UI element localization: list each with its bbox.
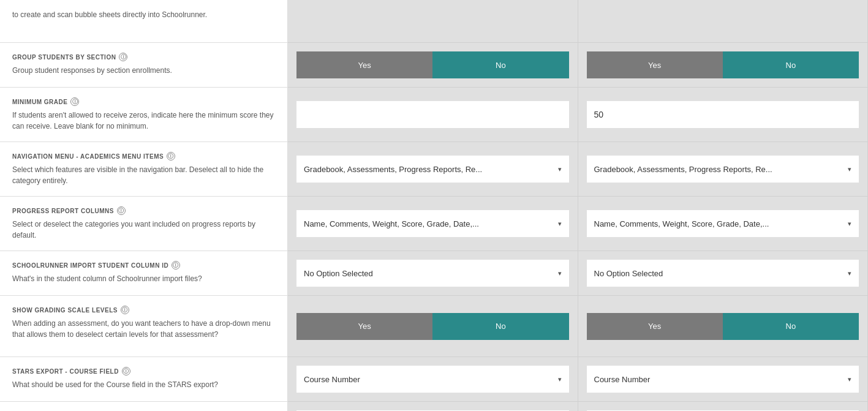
- toggle-grading-yes-2[interactable]: Yes: [587, 313, 723, 340]
- label-stars-mark: STARS EXPORT - MARK FIELD ⓘ: [0, 402, 288, 411]
- info-icon-progress-report[interactable]: ⓘ: [117, 206, 126, 215]
- input-col2-stars-mark: [578, 402, 869, 411]
- toggle-yes-2[interactable]: Yes: [587, 51, 723, 78]
- dropdown-col2-schoolrunner: No Option Selected ▾: [578, 251, 869, 296]
- label-minimum-grade: MINIMUM GRADE ⓘ If students aren't allow…: [0, 88, 288, 142]
- key-nav-menu: NAVIGATION MENU - ACADEMICS MENU ITEMS ⓘ: [12, 152, 275, 160]
- toggle-grading-no-1[interactable]: No: [432, 313, 568, 340]
- toggle-grading-no-2[interactable]: No: [723, 313, 859, 340]
- dropdown-nav-menu-2[interactable]: Gradebook, Assessments, Progress Reports…: [587, 156, 859, 183]
- desc-minimum-grade: If students aren't allowed to receive ze…: [12, 110, 275, 132]
- info-icon-schoolrunner-import[interactable]: ⓘ: [172, 261, 180, 270]
- dropdown-schoolrunner-2[interactable]: No Option Selected: [587, 260, 859, 287]
- label-group-students: GROUP STUDENTS BY SECTION ⓘ Group studen…: [0, 43, 288, 88]
- dropdown-stars-course-1[interactable]: Course Number: [296, 366, 569, 393]
- toggle-group-grading-1: Yes No: [296, 313, 569, 340]
- toggle-group-grading-2: Yes No: [587, 313, 859, 340]
- info-icon-stars-course[interactable]: ⓘ: [122, 367, 130, 375]
- toggle-col2-group-students: Yes No: [578, 43, 869, 88]
- toggle-grading-yes-1[interactable]: Yes: [296, 313, 432, 340]
- dropdown-col1-stars-course: Course Number ▾: [288, 357, 578, 402]
- toggle-yes-1[interactable]: Yes: [296, 51, 432, 78]
- dropdown-stars-course-2[interactable]: Course Number: [587, 366, 859, 393]
- select-wrapper-progress-2: Name, Comments, Weight, Score, Grade, Da…: [587, 210, 859, 237]
- top-partial-text: to create and scan bubble sheets directl…: [12, 10, 207, 19]
- top-control-2: [578, 0, 869, 43]
- input-col1-stars-mark: [288, 402, 578, 411]
- select-wrapper-progress-1: Name, Comments, Weight, Score, Grade, Da…: [296, 210, 569, 237]
- select-wrapper-stars-course-2: Course Number ▾: [587, 366, 859, 393]
- select-wrapper-schoolrunner-1: No Option Selected ▾: [296, 260, 569, 287]
- label-show-grading: SHOW GRADING SCALE LEVELS ⓘ When adding …: [0, 296, 288, 357]
- dropdown-col1-nav-menu: Gradebook, Assessments, Progress Reports…: [288, 142, 578, 197]
- info-icon-minimum-grade[interactable]: ⓘ: [70, 97, 79, 106]
- desc-progress-report: Select or deselect the categories you wa…: [12, 219, 275, 241]
- desc-stars-course: What should be used for the Course field…: [12, 379, 275, 390]
- dropdown-col1-schoolrunner: No Option Selected ▾: [288, 251, 578, 296]
- dropdown-col2-stars-course: Course Number ▾: [578, 357, 869, 402]
- info-icon-nav-menu[interactable]: ⓘ: [167, 152, 175, 160]
- select-wrapper-stars-course-1: Course Number ▾: [296, 366, 569, 393]
- tooltip-popup: NAVIGATION MENU - ACADEMICS MENU ITEMS ⓘ…: [12, 152, 275, 186]
- input-col2-minimum-grade: [578, 88, 869, 142]
- toggle-col1-show-grading: Yes No: [288, 296, 578, 357]
- toggle-col1-group-students: Yes No: [288, 43, 578, 88]
- desc-show-grading: When adding an assessment, do you want t…: [12, 318, 275, 340]
- dropdown-progress-1[interactable]: Name, Comments, Weight, Score, Grade, Da…: [296, 210, 569, 237]
- row-nav-menu: NAVIGATION MENU - ACADEMICS MENU ITEMS ⓘ…: [0, 142, 868, 197]
- key-show-grading: SHOW GRADING SCALE LEVELS ⓘ: [12, 306, 275, 314]
- row-schoolrunner-import: SCHOOLRUNNER IMPORT STUDENT COLUMN ID ⓘ …: [0, 251, 868, 296]
- label-nav-menu: NAVIGATION MENU - ACADEMICS MENU ITEMS ⓘ…: [0, 142, 288, 197]
- row-show-grading: SHOW GRADING SCALE LEVELS ⓘ When adding …: [0, 296, 868, 357]
- dropdown-progress-2[interactable]: Name, Comments, Weight, Score, Grade, Da…: [587, 210, 859, 237]
- desc-nav-menu: Select which features are visible in the…: [12, 164, 275, 186]
- info-icon-group-students[interactable]: ⓘ: [119, 53, 127, 61]
- top-label-cell: to create and scan bubble sheets directl…: [0, 0, 288, 43]
- dropdown-nav-menu-1[interactable]: Gradebook, Assessments, Progress Reports…: [296, 156, 569, 183]
- key-progress-report: PROGRESS REPORT COLUMNS ⓘ: [12, 206, 275, 215]
- key-stars-course: STARS EXPORT - COURSE FIELD ⓘ: [12, 367, 275, 375]
- row-minimum-grade: MINIMUM GRADE ⓘ If students aren't allow…: [0, 88, 868, 142]
- select-wrapper-nav-1: Gradebook, Assessments, Progress Reports…: [296, 156, 569, 183]
- dropdown-col2-progress-report: Name, Comments, Weight, Score, Grade, Da…: [578, 197, 869, 251]
- row-stars-course: STARS EXPORT - COURSE FIELD ⓘ What shoul…: [0, 357, 868, 402]
- toggle-col2-show-grading: Yes No: [578, 296, 869, 357]
- key-schoolrunner-import: SCHOOLRUNNER IMPORT STUDENT COLUMN ID ⓘ: [12, 261, 275, 270]
- info-icon-show-grading[interactable]: ⓘ: [121, 306, 129, 314]
- label-schoolrunner-import: SCHOOLRUNNER IMPORT STUDENT COLUMN ID ⓘ …: [0, 251, 288, 296]
- dropdown-col1-progress-report: Name, Comments, Weight, Score, Grade, Da…: [288, 197, 578, 251]
- minimum-grade-input-2[interactable]: [587, 101, 859, 128]
- row-progress-report: PROGRESS REPORT COLUMNS ⓘ Select or dese…: [0, 197, 868, 251]
- toggle-no-2[interactable]: No: [723, 51, 859, 78]
- row-stars-mark: STARS EXPORT - MARK FIELD ⓘ: [0, 402, 868, 411]
- toggle-group-1: Yes No: [296, 51, 569, 78]
- label-stars-course: STARS EXPORT - COURSE FIELD ⓘ What shoul…: [0, 357, 288, 402]
- minimum-grade-input-1[interactable]: [296, 101, 569, 128]
- select-wrapper-schoolrunner-2: No Option Selected ▾: [587, 260, 859, 287]
- input-col1-minimum-grade: [288, 88, 578, 142]
- desc-schoolrunner-import: What's in the student column of Schoolru…: [12, 273, 275, 284]
- select-wrapper-nav-2: Gradebook, Assessments, Progress Reports…: [587, 156, 859, 183]
- toggle-no-1[interactable]: No: [432, 51, 568, 78]
- row-group-students: GROUP STUDENTS BY SECTION ⓘ Group studen…: [0, 43, 868, 88]
- dropdown-col2-nav-menu: Gradebook, Assessments, Progress Reports…: [578, 142, 869, 197]
- dropdown-schoolrunner-1[interactable]: No Option Selected: [296, 260, 569, 287]
- key-minimum-grade: MINIMUM GRADE ⓘ: [12, 97, 275, 106]
- label-progress-report: PROGRESS REPORT COLUMNS ⓘ Select or dese…: [0, 197, 288, 251]
- settings-page: to create and scan bubble sheets directl…: [0, 0, 868, 411]
- top-control-1: [288, 0, 578, 43]
- key-group-students: GROUP STUDENTS BY SECTION ⓘ: [12, 53, 275, 61]
- desc-group-students: Group student responses by section enrol…: [12, 65, 275, 76]
- toggle-group-2: Yes No: [587, 51, 859, 78]
- top-row: to create and scan bubble sheets directl…: [0, 0, 868, 43]
